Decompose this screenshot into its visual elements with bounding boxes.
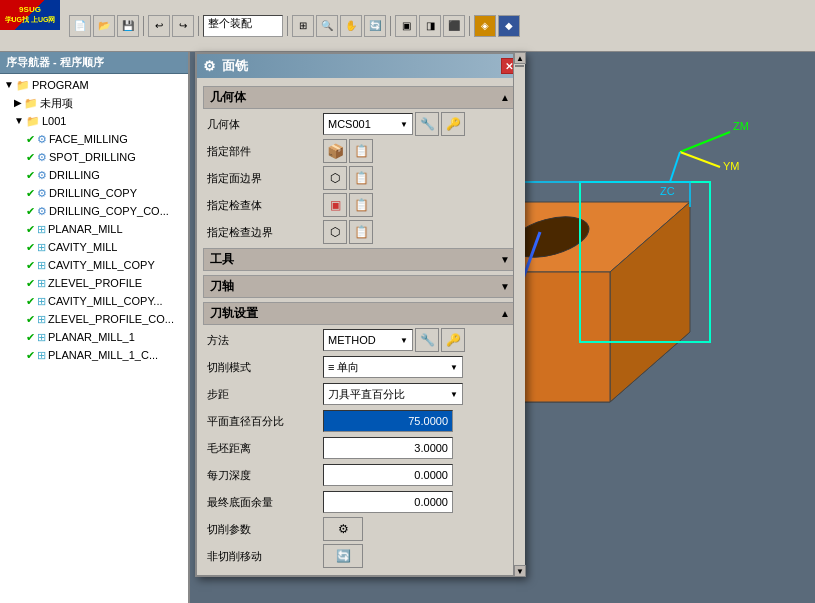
op-icon-planar-1: ⊞ [37, 329, 46, 345]
tree-item-planar-mill-1[interactable]: ✔ ⊞ PLANAR_MILL_1 [2, 328, 186, 346]
tree-item-drilling[interactable]: ✔ ⚙ DRILLING [2, 166, 186, 184]
flat-diameter-label: 平面直径百分比 [203, 414, 323, 429]
tree-label-cavity-mill-copy: CAVITY_MILL_COPY [48, 257, 155, 273]
method-info-btn[interactable]: 🔑 [441, 328, 465, 352]
check-cavity-mill-copy2: ✔ [26, 293, 35, 309]
section-geometry-header[interactable]: 几何体 [203, 86, 517, 109]
final-floor-controls [323, 491, 517, 513]
tree-item-planar-mill[interactable]: ✔ ⊞ PLANAR_MILL [2, 220, 186, 238]
dialog-title-left: ⚙ 面铣 [203, 57, 248, 75]
toolbar-icons: 📄 📂 💾 ↩ ↪ 整个装配 ⊞ 🔍 ✋ 🔄 ▣ ◨ ⬛ ◈ ◆ [69, 15, 520, 37]
geometry-info-btn[interactable]: 🔑 [441, 112, 465, 136]
assembly-dropdown[interactable]: 整个装配 [203, 15, 283, 37]
sep5 [469, 16, 470, 36]
rotate-btn[interactable]: 🔄 [364, 15, 386, 37]
geometry-controls: MCS001 ▼ 🔧 🔑 [323, 112, 517, 136]
op-icon-cavity-copy2: ⊞ [37, 293, 46, 309]
specify-check-row: 指定检查体 ▣ 📋 [203, 193, 517, 217]
section-axis-arrow [500, 281, 510, 292]
specify-check-btn1[interactable]: ▣ [323, 193, 347, 217]
method-label: 方法 [203, 333, 323, 348]
section-path-arrow [500, 308, 510, 319]
svg-text:ZM: ZM [733, 120, 749, 132]
tree-item-program[interactable]: ▼ 📁 PROGRAM [2, 76, 186, 94]
cut-params-btn[interactable]: ⚙ [323, 517, 363, 541]
geometry-select[interactable]: MCS001 ▼ [323, 113, 413, 135]
specify-check-btn2[interactable]: 📋 [349, 193, 373, 217]
non-cut-btn[interactable]: 🔄 [323, 544, 363, 568]
specify-part-btn2[interactable]: 📋 [349, 139, 373, 163]
tree-item-cavity-mill-copy[interactable]: ✔ ⊞ CAVITY_MILL_COPY [2, 256, 186, 274]
specify-check-boundary-btn1[interactable]: ⬡ [323, 220, 347, 244]
sep3 [287, 16, 288, 36]
section-tool-header[interactable]: 工具 [203, 248, 517, 271]
tree-item-cavity-mill-copy2[interactable]: ✔ ⊞ CAVITY_MILL_COPY... [2, 292, 186, 310]
save-btn[interactable]: 💾 [117, 15, 139, 37]
tree-item-spot-drilling[interactable]: ✔ ⚙ SPOT_DRILLING [2, 148, 186, 166]
flat-diameter-input[interactable] [323, 410, 453, 432]
op-icon-cavity: ⊞ [37, 239, 46, 255]
specify-check-boundary-row: 指定检查边界 ⬡ 📋 [203, 220, 517, 244]
check-face-milling: ✔ [26, 131, 35, 147]
tree-item-face-milling[interactable]: ✔ ⚙ FACE_MILLING [2, 130, 186, 148]
tree-item-unused[interactable]: ▶ 📁 未用项 [2, 94, 186, 112]
scrollbar-thumb[interactable] [515, 65, 524, 67]
tree-item-drilling-copy[interactable]: ✔ ⚙ DRILLING_COPY [2, 184, 186, 202]
view-btn2[interactable]: ◨ [419, 15, 441, 37]
method-value: METHOD [328, 334, 376, 346]
view-btn1[interactable]: ▣ [395, 15, 417, 37]
geometry-edit-btn[interactable]: 🔧 [415, 112, 439, 136]
tree-label-planar-mill-1-c: PLANAR_MILL_1_C... [48, 347, 158, 363]
scrollbar-up-btn[interactable]: ▲ [514, 52, 526, 64]
tree-item-drilling-copy-co[interactable]: ✔ ⚙ DRILLING_COPY_CO... [2, 202, 186, 220]
tree-item-zlevel-profile[interactable]: ✔ ⊞ ZLEVEL_PROFILE [2, 274, 186, 292]
flat-diameter-row: 平面直径百分比 [203, 409, 517, 433]
section-geometry-arrow [500, 92, 510, 103]
pan-btn[interactable]: ✋ [340, 15, 362, 37]
specify-check-boundary-btn2[interactable]: 📋 [349, 220, 373, 244]
specify-boundary-btn2[interactable]: 📋 [349, 166, 373, 190]
specify-boundary-btn1[interactable]: ⬡ [323, 166, 347, 190]
brand-badge: 9SUG 学UG找 上UG网 [0, 0, 60, 30]
tree-item-cavity-mill[interactable]: ✔ ⊞ CAVITY_MILL [2, 238, 186, 256]
check-planar-mill-1-c: ✔ [26, 347, 35, 363]
non-cut-label: 非切削移动 [203, 549, 323, 564]
sidebar-tree[interactable]: ▼ 📁 PROGRAM ▶ 📁 未用项 ▼ 📁 L001 ✔ ⚙ FACE_MI… [0, 74, 188, 603]
method-select[interactable]: METHOD ▼ [323, 329, 413, 351]
specify-part-label: 指定部件 [203, 144, 323, 159]
dialog-titlebar: ⚙ 面铣 ✕ [197, 54, 523, 78]
solid-btn[interactable]: ◆ [498, 15, 520, 37]
sep2 [198, 16, 199, 36]
op-icon-zlevel: ⊞ [37, 275, 46, 291]
redo-btn[interactable]: ↪ [172, 15, 194, 37]
specify-part-btn1[interactable]: 📦 [323, 139, 347, 163]
final-floor-label: 最终底面余量 [203, 495, 323, 510]
depth-per-cut-input[interactable] [323, 464, 453, 486]
view-btn3[interactable]: ⬛ [443, 15, 465, 37]
open-btn[interactable]: 📂 [93, 15, 115, 37]
fit-btn[interactable]: ⊞ [292, 15, 314, 37]
dialog-body: 几何体 几何体 MCS001 ▼ 🔧 🔑 [197, 78, 523, 575]
geometry-arrow: ▼ [400, 120, 408, 129]
final-floor-input[interactable] [323, 491, 453, 513]
tree-label-unused: 未用项 [40, 95, 73, 111]
top-toolbar: 9SUG 学UG找 上UG网 📄 📂 💾 ↩ ↪ 整个装配 ⊞ 🔍 ✋ 🔄 ▣ … [0, 0, 815, 52]
op-icon-spot: ⚙ [37, 149, 47, 165]
render-btn[interactable]: ◈ [474, 15, 496, 37]
blank-distance-input[interactable] [323, 437, 453, 459]
step-select[interactable]: 刀具平直百分比 ▼ [323, 383, 463, 405]
cut-mode-select[interactable]: ≡ 单向 ▼ [323, 356, 463, 378]
dialog-scrollbar[interactable]: ▲ ▼ [513, 52, 525, 577]
scrollbar-down-btn[interactable]: ▼ [514, 565, 526, 577]
section-path-header[interactable]: 刀轨设置 [203, 302, 517, 325]
check-drilling: ✔ [26, 167, 35, 183]
tree-item-l001[interactable]: ▼ 📁 L001 [2, 112, 186, 130]
tree-item-zlevel-profile-co[interactable]: ✔ ⊞ ZLEVEL_PROFILE_CO... [2, 310, 186, 328]
tree-item-planar-mill-1-c[interactable]: ✔ ⊞ PLANAR_MILL_1_C... [2, 346, 186, 364]
new-btn[interactable]: 📄 [69, 15, 91, 37]
zoom-btn[interactable]: 🔍 [316, 15, 338, 37]
blank-distance-controls [323, 437, 517, 459]
method-edit-btn[interactable]: 🔧 [415, 328, 439, 352]
section-axis-header[interactable]: 刀轴 [203, 275, 517, 298]
undo-btn[interactable]: ↩ [148, 15, 170, 37]
